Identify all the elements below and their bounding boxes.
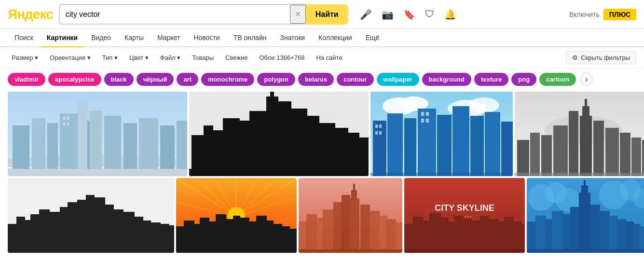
svg-rect-47 xyxy=(452,106,469,176)
svg-rect-27 xyxy=(277,101,291,176)
svg-rect-158 xyxy=(521,224,525,253)
nav-experts[interactable]: Знатоки xyxy=(273,29,312,46)
fresh-filter[interactable]: Свежие xyxy=(221,52,251,63)
tag-monochrome[interactable]: monochrome xyxy=(201,73,254,86)
image-thumb-7[interactable] xyxy=(299,178,402,253)
svg-rect-44 xyxy=(404,118,416,176)
svg-rect-152 xyxy=(471,221,480,253)
image-thumb-5[interactable] xyxy=(8,178,174,253)
include-label[interactable]: Включить xyxy=(569,11,600,18)
goods-filter[interactable]: Товары xyxy=(188,52,218,63)
clear-button[interactable]: ✕ xyxy=(290,5,306,24)
svg-rect-48 xyxy=(470,116,484,176)
shield-button[interactable]: 🛡 xyxy=(423,7,437,22)
tag-texture[interactable]: texture xyxy=(474,73,508,86)
tag-png[interactable]: png xyxy=(511,73,536,86)
tag-apocalypcise[interactable]: apocalypcise xyxy=(48,73,101,86)
svg-rect-128 xyxy=(316,218,324,253)
color-filter[interactable]: Цвет ▾ xyxy=(125,52,152,63)
svg-rect-145 xyxy=(413,217,424,253)
nav-search[interactable]: Поиск xyxy=(8,29,40,46)
svg-rect-181 xyxy=(633,224,641,253)
svg-rect-86 xyxy=(77,200,87,253)
svg-rect-23 xyxy=(223,118,240,176)
svg-rect-172 xyxy=(570,207,580,253)
svg-rect-30 xyxy=(318,123,335,176)
onsite-filter[interactable]: На сайте xyxy=(312,52,346,63)
svg-rect-173 xyxy=(579,193,590,253)
nav-news[interactable]: Новости xyxy=(187,29,226,46)
svg-rect-113 xyxy=(209,221,217,253)
svg-rect-94 xyxy=(150,222,161,253)
image-thumb-9[interactable] xyxy=(527,178,644,253)
svg-rect-87 xyxy=(86,195,95,253)
tag-cartoon[interactable]: cartoon xyxy=(539,73,576,86)
image-thumb-6[interactable] xyxy=(176,178,297,253)
nav-more[interactable]: Ещё xyxy=(359,29,386,46)
plus-button[interactable]: ПЛЮС xyxy=(603,9,636,20)
svg-rect-156 xyxy=(504,217,514,253)
nav-tv[interactable]: ТВ онлайн xyxy=(227,29,274,46)
hide-filters-button[interactable]: ⚙ Скрыть фильтры xyxy=(566,51,636,64)
svg-rect-5 xyxy=(60,113,79,169)
main-nav: Поиск Картинки Видео Карты Маркет Новост… xyxy=(0,29,644,47)
svg-rect-17 xyxy=(67,123,69,125)
svg-rect-134 xyxy=(353,184,355,191)
svg-rect-127 xyxy=(306,214,317,253)
image-thumb-4[interactable] xyxy=(515,92,644,176)
tag-contour[interactable]: contour xyxy=(337,73,373,86)
tags-next-arrow[interactable]: › xyxy=(581,72,592,86)
svg-rect-16 xyxy=(63,123,65,125)
svg-rect-11 xyxy=(139,118,158,169)
tag-vladimir[interactable]: vladimir xyxy=(8,73,45,86)
image-thumb-3[interactable] xyxy=(370,92,513,176)
svg-rect-129 xyxy=(323,209,334,253)
svg-rect-53 xyxy=(375,131,378,135)
nav-collections[interactable]: Коллекции xyxy=(312,29,359,46)
svg-rect-90 xyxy=(113,209,123,253)
nav-images[interactable]: Картинки xyxy=(40,29,84,47)
svg-rect-154 xyxy=(488,219,498,253)
svg-rect-79 xyxy=(16,217,25,253)
svg-rect-171 xyxy=(562,214,571,253)
tag-art[interactable]: art xyxy=(177,73,198,86)
yandex-logo[interactable]: Яндекс xyxy=(8,7,53,22)
tag-чёрный[interactable]: чёрный xyxy=(137,73,174,86)
svg-rect-73 xyxy=(631,138,641,176)
svg-rect-126 xyxy=(299,221,307,253)
tag-black[interactable]: black xyxy=(104,73,134,86)
svg-point-41 xyxy=(468,97,499,113)
svg-rect-179 xyxy=(617,219,626,253)
svg-rect-34 xyxy=(270,92,274,99)
tag-belarus[interactable]: belarus xyxy=(298,73,334,86)
nav-video[interactable]: Видео xyxy=(84,29,118,46)
svg-rect-153 xyxy=(480,216,489,253)
svg-rect-178 xyxy=(609,216,617,253)
nav-maps[interactable]: Карты xyxy=(118,29,151,46)
svg-rect-116 xyxy=(233,216,240,253)
image-thumb-2[interactable] xyxy=(189,92,369,176)
tag-polygon[interactable]: polygon xyxy=(257,73,295,86)
nav-market[interactable]: Маркет xyxy=(151,29,187,46)
svg-rect-81 xyxy=(30,214,40,253)
svg-rect-118 xyxy=(248,221,257,253)
type-filter[interactable]: Тип ▾ xyxy=(98,52,122,63)
mic-button[interactable]: 🎤 xyxy=(358,7,374,22)
svg-rect-49 xyxy=(485,112,500,176)
size-filter[interactable]: Размер ▾ xyxy=(8,52,42,63)
search-button[interactable]: Найти xyxy=(306,4,348,25)
bell-button[interactable]: 🔔 xyxy=(442,7,458,22)
svg-rect-112 xyxy=(200,218,209,253)
svg-rect-114 xyxy=(216,214,226,253)
file-filter[interactable]: Файл ▾ xyxy=(156,52,185,63)
image-thumb-1[interactable] xyxy=(8,92,187,176)
orientation-filter[interactable]: Ориентация ▾ xyxy=(46,52,94,63)
camera-button[interactable]: 📷 xyxy=(380,7,396,22)
tag-background[interactable]: background xyxy=(422,73,471,86)
tag-wallpaper[interactable]: wallpaper xyxy=(377,73,419,86)
search-input[interactable]: city vector xyxy=(60,6,290,23)
wallpaper-filter[interactable]: Обои 1366×768 xyxy=(256,52,309,63)
bookmark-button[interactable]: 🔖 xyxy=(401,7,417,22)
image-thumb-8[interactable]: CITY SKYLINE •••••• xyxy=(404,178,525,253)
image-row-1 xyxy=(8,92,636,176)
